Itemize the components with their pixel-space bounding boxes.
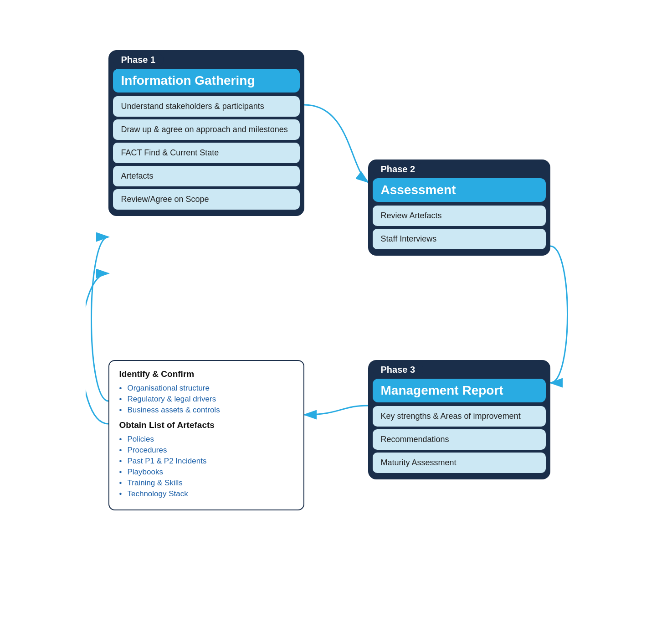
phase1-title: Information Gathering bbox=[113, 69, 300, 93]
phase3-box: Phase 3 Management Report Key strengths … bbox=[368, 360, 550, 479]
diagram: Phase 1 Information Gathering Understand… bbox=[86, 27, 587, 611]
phase1-label: Phase 1 bbox=[113, 53, 164, 67]
phase2-label: Phase 2 bbox=[373, 162, 424, 176]
info-s2-item-3: Past P1 & P2 Incidents bbox=[119, 456, 293, 467]
phase1-item-3: FACT Find & Current State bbox=[113, 143, 300, 163]
phase2-item-2: Staff Interviews bbox=[373, 229, 546, 249]
phase1-item-1: Understand stakeholders & participants bbox=[113, 96, 300, 117]
phase3-item-3: Maturity Assessment bbox=[373, 453, 546, 473]
info-s1-item-1: Organisational structure bbox=[119, 383, 293, 394]
phase1-box: Phase 1 Information Gathering Understand… bbox=[108, 50, 304, 216]
phase1-item-2: Draw up & agree on approach and mileston… bbox=[113, 119, 300, 140]
info-s2-item-6: Technology Stack bbox=[119, 489, 293, 499]
info-section2-list: Policies Procedures Past P1 & P2 Inciden… bbox=[119, 434, 293, 499]
info-s2-item-4: Playbooks bbox=[119, 467, 293, 478]
phase3-item-2: Recommendations bbox=[373, 429, 546, 450]
phase2-item-1: Review Artefacts bbox=[373, 206, 546, 226]
phase1-item-4: Artefacts bbox=[113, 166, 300, 186]
phase3-title: Management Report bbox=[373, 379, 546, 402]
info-s1-item-2: Regulatory & legal drivers bbox=[119, 394, 293, 405]
info-section2-title: Obtain List of Artefacts bbox=[119, 420, 293, 430]
info-s2-item-1: Policies bbox=[119, 434, 293, 445]
phase1-item-5: Review/Agree on Scope bbox=[113, 189, 300, 210]
info-s1-item-3: Business assets & controls bbox=[119, 405, 293, 416]
phase3-item-1: Key strengths & Areas of improvement bbox=[373, 406, 546, 427]
info-box: Identify & Confirm Organisational struct… bbox=[108, 360, 304, 510]
info-section1-title: Identify & Confirm bbox=[119, 369, 293, 379]
info-section1-list: Organisational structure Regulatory & le… bbox=[119, 383, 293, 416]
info-s2-item-5: Training & Skills bbox=[119, 478, 293, 489]
phase2-title: Assessment bbox=[373, 178, 546, 202]
phase3-label: Phase 3 bbox=[373, 363, 424, 377]
phase2-box: Phase 2 Assessment Review Artefacts Staf… bbox=[368, 160, 550, 256]
info-s2-item-2: Procedures bbox=[119, 445, 293, 456]
